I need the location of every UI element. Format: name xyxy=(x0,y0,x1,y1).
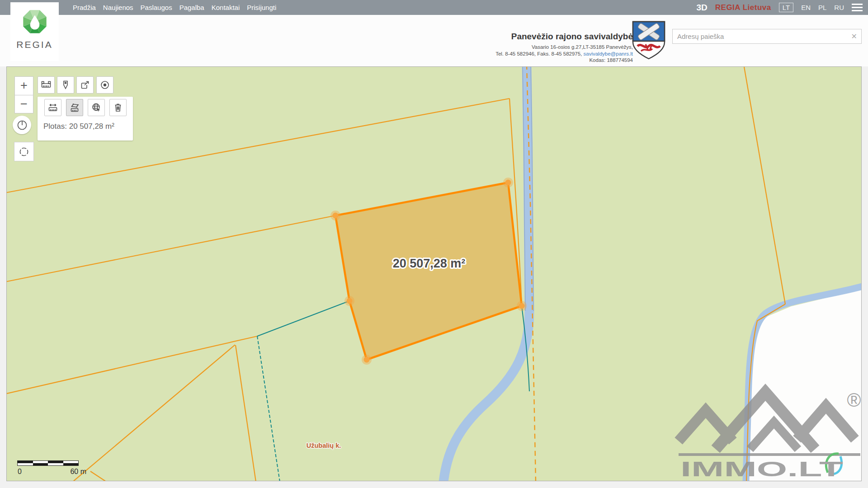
map-pin-icon xyxy=(60,80,71,90)
area-readout: Plotas: 20 507,28 m² xyxy=(43,122,114,131)
trash-icon xyxy=(113,102,123,113)
nav-item-pradzia[interactable]: Pradžia xyxy=(73,4,96,11)
top-navbar: Pradžia Naujienos Paslaugos Pagalba Kont… xyxy=(0,0,868,15)
nav-item-paslaugos[interactable]: Paslaugos xyxy=(141,4,172,11)
ruler-icon xyxy=(41,80,52,90)
globe-cursor-icon xyxy=(91,102,102,113)
header: Panevėžio rajono savivaldybė Vasario 16-… xyxy=(0,15,868,66)
measure-distance-icon xyxy=(47,102,58,113)
measure-distance-button[interactable] xyxy=(44,99,61,116)
crosshair-icon xyxy=(18,146,30,158)
immo-watermark-text: IMMO.LT xyxy=(680,457,843,481)
municipality-email-link[interactable]: savivaldybe@panrs.lt xyxy=(584,51,633,56)
nav-item-naujienos[interactable]: Naujienos xyxy=(103,4,133,11)
address-search: ✕ xyxy=(672,29,862,44)
record-point-icon xyxy=(99,80,110,90)
nav-item-prisijungti[interactable]: Prisijungti xyxy=(247,4,276,11)
measure-ruler-button[interactable] xyxy=(38,76,55,94)
zoom-out-button[interactable]: − xyxy=(14,95,33,113)
delete-measurement-button[interactable] xyxy=(109,99,127,116)
coat-of-arms xyxy=(632,21,665,60)
scale-end-label: 60 m xyxy=(70,468,86,476)
share-button[interactable] xyxy=(76,76,94,94)
measure-area-button[interactable] xyxy=(66,99,83,116)
nav-item-pagalba[interactable]: Pagalba xyxy=(179,4,204,11)
map-container: 20 507,28 m² Užubalių k. IMMO.LT ® + − xyxy=(6,66,862,481)
municipality-title: Panevėžio rajono savivaldybė xyxy=(495,32,633,42)
time-slider-button[interactable] xyxy=(13,116,31,134)
language-en[interactable]: EN xyxy=(801,4,811,11)
scale-bar: 0 60 m xyxy=(18,461,86,476)
regia-gem-icon xyxy=(20,9,50,37)
language-ru[interactable]: RU xyxy=(834,4,844,11)
regia-logo[interactable]: REGIA xyxy=(10,2,59,61)
view-3d-button[interactable]: 3D xyxy=(696,3,707,13)
record-point-button[interactable] xyxy=(96,76,113,94)
nav-item-kontaktai[interactable]: Kontaktai xyxy=(212,4,240,11)
language-pl[interactable]: PL xyxy=(818,4,826,11)
globe-select-button[interactable] xyxy=(88,99,105,116)
municipality-address: Vasario 16-osios g.27,LT-35185 Panevėžys… xyxy=(495,44,633,51)
share-icon xyxy=(80,80,90,90)
area-label: 20 507,28 m² xyxy=(393,257,466,270)
regia-logo-text: REGIA xyxy=(10,39,59,50)
zoom-in-button[interactable]: + xyxy=(14,76,33,95)
map-pin-button[interactable] xyxy=(57,76,74,94)
search-clear-icon[interactable]: ✕ xyxy=(847,32,861,41)
municipality-code: Kodas: 188774594 xyxy=(495,57,633,64)
municipality-phones: Tel. 8-45 582946, Faks. 8-45 582975, xyxy=(495,51,583,56)
scale-start-label: 0 xyxy=(18,468,22,476)
search-input[interactable] xyxy=(673,33,847,40)
place-label: Užubalių k. xyxy=(307,442,341,449)
regia-lietuva-link[interactable]: REGIA Lietuva xyxy=(715,3,771,12)
municipality-info: Panevėžio rajono savivaldybė Vasario 16-… xyxy=(495,32,633,64)
zoom-controls: + − xyxy=(14,76,33,113)
map-canvas[interactable]: 20 507,28 m² Užubalių k. IMMO.LT ® xyxy=(7,67,862,481)
menu-icon[interactable] xyxy=(852,3,863,12)
clock-icon xyxy=(16,119,28,131)
language-lt[interactable]: LT xyxy=(779,3,793,12)
municipality-contacts: Tel. 8-45 582946, Faks. 8-45 582975, sav… xyxy=(495,51,633,57)
locate-me-button[interactable] xyxy=(14,142,34,161)
nav-right: 3D REGIA Lietuva LT EN PL RU xyxy=(696,3,868,13)
immo-registered-mark: ® xyxy=(847,389,861,411)
measure-area-icon xyxy=(69,102,80,113)
scale-bar-segments xyxy=(18,461,78,465)
